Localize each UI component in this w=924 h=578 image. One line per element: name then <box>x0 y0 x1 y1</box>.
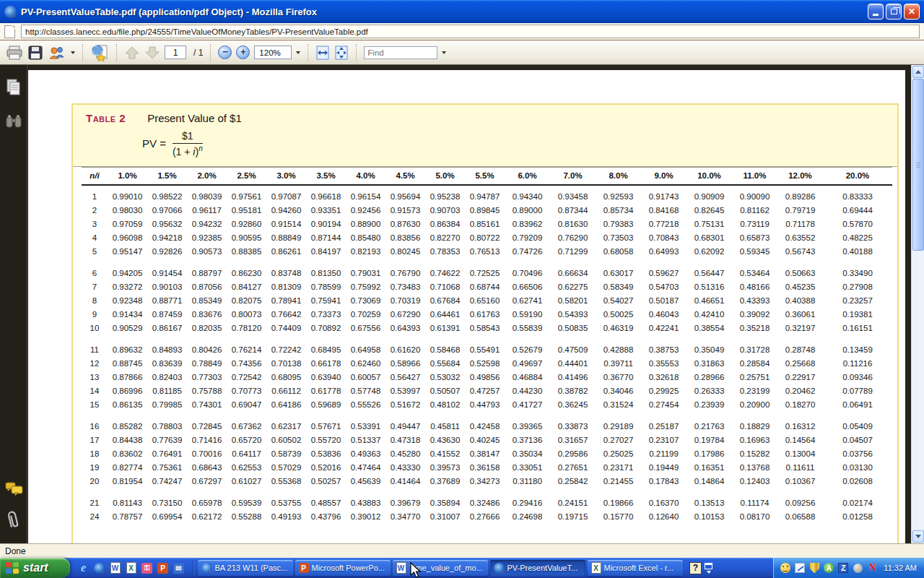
pv-value-cell: 0.38753 <box>641 343 687 357</box>
find-dropdown-caret[interactable] <box>442 51 446 54</box>
pv-value-cell: 0.85282 <box>108 420 147 434</box>
taskbar-button-excel[interactable]: X Microsoft Excel - r... <box>588 560 683 576</box>
page-number-input[interactable] <box>165 46 186 59</box>
pv-value-cell: 0.38782 <box>550 384 596 398</box>
pv-value-cell: 0.91514 <box>266 217 306 231</box>
scroll-up-button[interactable] <box>912 66 924 78</box>
table-row: 20.980300.970660.961170.951810.942600.93… <box>82 204 892 217</box>
table-row: 170.844380.776390.714160.657200.605020.5… <box>82 434 892 447</box>
pv-value-cell: 0.49447 <box>385 420 425 434</box>
pv-value-cell: 0.67684 <box>425 294 465 308</box>
pv-value-cell: 0.51672 <box>385 398 425 412</box>
pv-value-cell: 0.06588 <box>777 510 823 524</box>
word-icon[interactable]: W <box>109 562 121 574</box>
pv-value-cell: 0.07789 <box>823 384 892 398</box>
create-pdf-online-icon[interactable] <box>90 43 109 63</box>
save-icon[interactable] <box>27 43 43 63</box>
rate-column-header: 2.0% <box>187 167 227 185</box>
pv-value-cell: 0.59627 <box>641 267 687 280</box>
excel-icon[interactable]: X <box>125 562 137 574</box>
rate-column-header: 12.0% <box>777 167 823 185</box>
minimize-button[interactable] <box>868 4 884 20</box>
z-app-icon[interactable]: Z <box>837 562 849 574</box>
binoculars-search-icon[interactable] <box>5 113 22 133</box>
language-bar-help-icon[interactable]: ? <box>689 562 702 574</box>
key-tray-icon[interactable] <box>794 562 806 574</box>
period-cell: 9 <box>82 308 108 322</box>
pv-value-cell: 0.90573 <box>187 245 227 259</box>
firefox-icon <box>201 563 212 574</box>
pv-value-cell: 0.83333 <box>823 190 892 204</box>
security-shield-icon[interactable] <box>808 562 820 574</box>
fit-page-icon[interactable] <box>334 43 349 63</box>
comments-panel-icon[interactable] <box>5 481 24 500</box>
attachments-paperclip-icon[interactable] <box>2 507 24 535</box>
print-icon[interactable] <box>6 43 23 63</box>
pv-value-cell: 0.76513 <box>465 245 505 259</box>
scrollbar-thumb[interactable] <box>912 79 924 251</box>
taskbar-button-powerpoint[interactable]: P Microsoft PowerPo... <box>295 560 391 576</box>
taskbar-button-ba213[interactable]: BA 213 W11 (Pasc... <box>198 560 293 576</box>
table-header-block: Table 2 Present Value of $1 PV = $1 (1 +… <box>73 105 897 167</box>
collaborate-dropdown-caret[interactable] <box>71 51 75 54</box>
pv-value-cell: 0.98030 <box>108 204 147 217</box>
close-button[interactable]: ✕ <box>904 4 920 20</box>
pv-value-cell: 0.09256 <box>777 496 823 510</box>
pv-value-cell: 0.29925 <box>641 384 687 398</box>
pv-value-cell: 0.47318 <box>385 434 425 447</box>
url-input[interactable] <box>21 25 920 38</box>
taskbar-button-pv-pdf[interactable]: PV-PresentValueT... <box>490 560 585 576</box>
pv-value-cell: 0.64186 <box>266 398 306 412</box>
pv-value-cell: 0.73373 <box>306 308 346 322</box>
pv-value-cell: 0.69954 <box>147 510 187 524</box>
start-button[interactable]: start <box>0 558 70 578</box>
vertical-scrollbar[interactable] <box>911 65 924 543</box>
pv-value-cell: 0.77303 <box>187 371 227 384</box>
pv-value-cell: 0.16370 <box>641 496 687 510</box>
messenger-smiley-icon[interactable] <box>780 562 791 574</box>
volume-icon[interactable] <box>852 562 863 574</box>
scroll-down-button[interactable] <box>912 530 924 543</box>
pv-value-cell: 0.58349 <box>596 280 641 294</box>
pv-value-cell: 0.66634 <box>550 267 596 280</box>
zoom-out-icon[interactable]: − <box>218 46 232 59</box>
pv-value-cell: 0.51316 <box>687 280 732 294</box>
pv-value-cell: 0.79719 <box>777 204 823 217</box>
fit-width-icon[interactable] <box>315 43 330 63</box>
next-page-icon[interactable] <box>144 43 160 63</box>
language-bar-options[interactable] <box>705 563 712 574</box>
zoom-dropdown-caret[interactable] <box>296 51 300 54</box>
pv-value-cell: 0.23939 <box>687 398 732 412</box>
pv-value-cell: 0.13513 <box>687 496 732 510</box>
zoom-level-box[interactable]: 120% <box>254 46 292 59</box>
pv-value-cell: 0.91743 <box>641 190 687 204</box>
zoom-in-icon[interactable]: + <box>236 46 250 59</box>
previous-page-icon[interactable] <box>124 43 140 63</box>
pv-value-cell: 0.18270 <box>777 398 823 412</box>
taskbar-clock[interactable]: 11:32 AM <box>884 564 917 572</box>
pv-value-cell: 0.19715 <box>550 510 596 524</box>
pv-value-cell: 0.68095 <box>266 371 306 384</box>
restore-button[interactable] <box>886 4 902 20</box>
pv-value-cell: 0.53836 <box>306 447 346 461</box>
outlook-icon[interactable]: ✉ <box>173 562 185 574</box>
pv-value-cell: 0.39573 <box>425 461 465 475</box>
pv-value-cell: 0.61763 <box>465 308 505 322</box>
novell-icon[interactable]: N <box>866 562 878 574</box>
toolbar-separator <box>82 44 83 61</box>
powerpoint-icon[interactable]: P <box>157 562 169 574</box>
pv-value-cell: 0.53464 <box>732 267 777 280</box>
firefox-quicklaunch-icon[interactable] <box>93 562 105 574</box>
pages-panel-icon[interactable] <box>5 78 22 100</box>
antivirus-icon[interactable]: A <box>823 562 834 574</box>
pdf-viewer-area: Table 2 Present Value of $1 PV = $1 (1 +… <box>0 65 924 543</box>
access-icon[interactable]: ⚿ <box>141 562 153 574</box>
internet-explorer-icon[interactable]: e <box>77 562 90 574</box>
table-row: 100.905290.861670.820350.781200.744090.7… <box>82 322 892 335</box>
find-input[interactable] <box>364 46 437 59</box>
taskbar-button-timevalue-doc[interactable]: W Time_value_of_mo... <box>393 560 488 576</box>
pv-value-cell: 0.75131 <box>687 217 732 231</box>
toolbar-separator <box>116 44 117 61</box>
period-cell: 18 <box>82 447 108 461</box>
collaborate-icon[interactable] <box>48 43 66 63</box>
